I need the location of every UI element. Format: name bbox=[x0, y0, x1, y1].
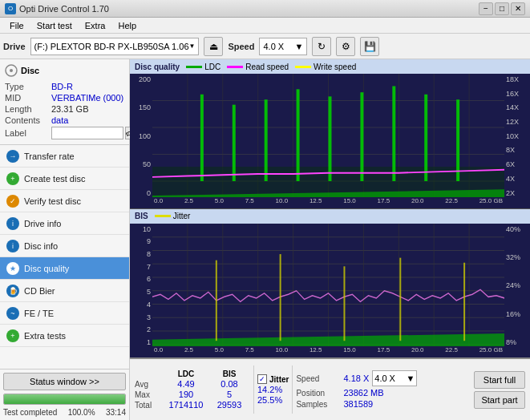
chart1-svg bbox=[152, 74, 504, 208]
sidebar-item-extra-tests[interactable]: + Extra tests bbox=[0, 325, 129, 347]
svg-rect-23 bbox=[424, 95, 427, 181]
speed-key: Speed bbox=[296, 374, 340, 383]
chart2-header: BIS Jitter bbox=[130, 209, 530, 224]
status-progress: 100.0% bbox=[68, 408, 95, 417]
mid-value: VERBATIMe (000) bbox=[51, 93, 123, 103]
avg-label: Avg bbox=[135, 380, 164, 389]
start-part-button[interactable]: Start part bbox=[474, 391, 525, 409]
disc-info-icon: i bbox=[6, 240, 19, 252]
extra-tests-icon: + bbox=[6, 329, 19, 342]
eject-button[interactable]: ⏏ bbox=[204, 37, 223, 56]
maximize-button[interactable]: □ bbox=[495, 2, 509, 15]
drive-info-icon: i bbox=[6, 217, 19, 230]
sidebar-item-fe-te[interactable]: ~ FE / TE bbox=[0, 302, 129, 325]
svg-rect-22 bbox=[392, 86, 395, 181]
menu-extra[interactable]: Extra bbox=[79, 19, 112, 32]
chart-area: Disc quality LDC Read speed Write speed … bbox=[130, 59, 530, 420]
drive-selector[interactable]: (F:) PLEXTOR BD-R PX-LB950SA 1.06 ▼ bbox=[30, 38, 200, 55]
chart1-legend-write: Write speed bbox=[295, 63, 356, 71]
status-completed: Test completed bbox=[3, 408, 57, 417]
max-ldc: 190 bbox=[165, 390, 207, 399]
stats-ldc-bis: LDC BIS Avg 4.49 0.08 Max 190 5 Total 17… bbox=[135, 370, 250, 410]
speed-val: 4.18 X bbox=[343, 374, 369, 383]
chart1-legend-ldc: LDC bbox=[186, 63, 220, 71]
disc-details: Type BD-R MID VERBATIMe (000) Length 23.… bbox=[5, 82, 124, 139]
drive-label: Drive bbox=[3, 42, 26, 51]
toolbar: Drive (F:) PLEXTOR BD-R PX-LB950SA 1.06 … bbox=[0, 34, 530, 59]
sidebar-item-disc-info[interactable]: i Disc info bbox=[0, 235, 129, 257]
avg-bis: 0.08 bbox=[208, 379, 250, 389]
chart1-header: Disc quality LDC Read speed Write speed bbox=[130, 59, 530, 74]
create-test-disc-icon: + bbox=[6, 172, 19, 185]
stats-bar: LDC BIS Avg 4.49 0.08 Max 190 5 Total 17… bbox=[130, 357, 530, 420]
sidebar-item-drive-info[interactable]: i Drive info bbox=[0, 212, 129, 235]
chart2-legend-jitter: Jitter bbox=[155, 212, 191, 220]
refresh-button[interactable]: ↻ bbox=[312, 37, 331, 56]
disc-quality-icon: ★ bbox=[6, 262, 19, 275]
cd-bier-icon: 🍺 bbox=[6, 285, 19, 297]
sidebar-item-create-test-disc[interactable]: + Create test disc bbox=[0, 168, 129, 190]
nav-items: → Transfer rate + Create test disc ✓ Ver… bbox=[0, 145, 129, 369]
drive-dropdown-arrow: ▼ bbox=[189, 42, 196, 50]
svg-point-1 bbox=[10, 69, 13, 72]
svg-rect-16 bbox=[200, 95, 204, 181]
app-icon: O bbox=[5, 3, 16, 14]
avg-jitter: 14.2% bbox=[257, 385, 282, 394]
disc-title: Disc bbox=[21, 66, 39, 75]
sidebar-item-cd-bier[interactable]: 🍺 CD Bier bbox=[0, 280, 129, 302]
chart2-svg bbox=[152, 224, 504, 358]
speed-label: Speed bbox=[228, 42, 254, 51]
avg-ldc: 4.49 bbox=[165, 379, 207, 389]
total-bis: 29593 bbox=[208, 400, 250, 410]
divider1 bbox=[253, 365, 254, 414]
disc-icon bbox=[5, 64, 18, 77]
settings-button[interactable]: ⚙ bbox=[336, 37, 355, 56]
type-value: BD-R bbox=[51, 82, 73, 91]
jitter-header: Jitter bbox=[269, 375, 289, 384]
status-window-button[interactable]: Status window >> bbox=[3, 373, 126, 390]
main-content: Disc Type BD-R MID VERBATIMe (000) Lengt… bbox=[0, 59, 530, 420]
chart1-title: Disc quality bbox=[135, 63, 180, 71]
stats-speed: Speed 4.18 X 4.0 X ▼ Position 23862 MB S… bbox=[296, 370, 467, 409]
label-input[interactable] bbox=[51, 127, 123, 139]
max-label: Max bbox=[135, 390, 164, 399]
menu-start-test[interactable]: Start test bbox=[30, 19, 79, 32]
length-value: 23.31 GB bbox=[51, 104, 88, 114]
fe-te-icon: ~ bbox=[6, 307, 19, 320]
position-key: Position bbox=[296, 389, 340, 398]
type-key: Type bbox=[5, 82, 51, 91]
speed-select[interactable]: 4.0 X ▼ bbox=[372, 370, 417, 386]
sidebar-item-disc-quality[interactable]: ★ Disc quality bbox=[0, 257, 129, 280]
minimize-button[interactable]: − bbox=[479, 2, 493, 15]
menu-file[interactable]: File bbox=[3, 19, 30, 32]
start-full-button[interactable]: Start full bbox=[474, 371, 525, 389]
disc-panel: Disc Type BD-R MID VERBATIMe (000) Lengt… bbox=[0, 59, 129, 145]
sidebar-item-verify-test-disc[interactable]: ✓ Verify test disc bbox=[0, 190, 129, 212]
contents-key: Contents bbox=[5, 115, 51, 125]
close-button[interactable]: ✕ bbox=[511, 2, 525, 15]
menu-help[interactable]: Help bbox=[111, 19, 143, 32]
verify-test-disc-icon: ✓ bbox=[6, 195, 19, 208]
stats-jitter: ✓ Jitter 14.2% 25.5% bbox=[257, 374, 289, 405]
samples-key: Samples bbox=[296, 400, 340, 409]
total-ldc: 1714110 bbox=[165, 400, 207, 410]
menubar: File Start test Extra Help bbox=[0, 18, 530, 34]
start-buttons: Start full Start part bbox=[474, 371, 525, 409]
chart2-title: BIS bbox=[135, 212, 148, 220]
svg-rect-20 bbox=[329, 96, 332, 181]
speed-selector[interactable]: 4.0 X ▼ bbox=[259, 38, 307, 55]
divider2 bbox=[292, 365, 293, 414]
jitter-checkbox[interactable]: ✓ bbox=[257, 374, 267, 384]
chart1-body: 200 150 100 50 0 bbox=[130, 74, 530, 208]
save-button[interactable]: 💾 bbox=[360, 37, 379, 56]
status-time: 33:14 bbox=[106, 408, 126, 417]
app-title: Opti Drive Control 1.70 bbox=[19, 4, 109, 14]
progress-fill bbox=[4, 394, 125, 404]
transfer-rate-icon: → bbox=[6, 150, 19, 163]
svg-rect-19 bbox=[297, 89, 300, 181]
position-val: 23862 MB bbox=[343, 388, 383, 398]
window-controls: − □ ✕ bbox=[479, 2, 525, 15]
chart2-body: 10 9 8 7 6 5 4 3 2 1 bbox=[130, 224, 530, 358]
mid-key: MID bbox=[5, 93, 51, 103]
sidebar-item-transfer-rate[interactable]: → Transfer rate bbox=[0, 145, 129, 168]
